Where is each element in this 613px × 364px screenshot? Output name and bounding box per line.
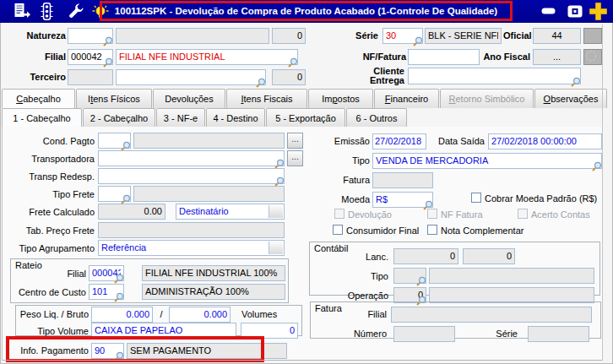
lookup-icon[interactable]	[256, 78, 266, 88]
tab-preco-frete-field	[98, 222, 285, 238]
subtab-3-nfe[interactable]: 3 - NF-e	[156, 108, 205, 127]
subtab-1-cabecalho[interactable]: 1 - Cabeçalho	[2, 108, 82, 127]
rateio-filial-desc-field: FILIAL NFE INDUSTRIAL 100%	[142, 265, 285, 281]
nota-complementar-checkbox[interactable]	[427, 225, 437, 235]
cond-pagto-browse-button[interactable]: ...	[287, 133, 303, 149]
cobrar-moeda-label: Cobrar Moeda Padrão (R$)	[485, 193, 597, 204]
tipo-volume-field[interactable]: CAIXA DE PAPELAO	[91, 323, 236, 339]
tipo-agrupamento-dropdown[interactable]: Referência	[98, 240, 285, 256]
consumidor-final-label: Consumidor Final	[346, 225, 419, 236]
frete-calculado-field: 0.00	[98, 204, 165, 220]
fatura-serie-label: Série	[490, 329, 518, 339]
tipo-field[interactable]: VENDA DE MERCADORIA	[372, 153, 602, 169]
tab-devolucoes[interactable]: Devoluções	[153, 89, 225, 108]
devolucao-checkbox	[334, 209, 344, 219]
lookup-icon[interactable]	[571, 77, 581, 87]
serie-field[interactable]: 30	[382, 28, 423, 44]
window-title: 100112SPK - Devolução de Compra de Produ…	[115, 6, 497, 16]
rateio-filial-label: Filial	[10, 269, 86, 279]
lookup-icon[interactable]	[114, 274, 124, 284]
subtab-2-cabecalho[interactable]: 2 - Cabeçalho	[83, 108, 155, 127]
lookup-icon[interactable]	[114, 292, 124, 302]
acerto-contas-label: Acerto Contas	[531, 209, 590, 220]
tab-observacoes[interactable]: Observações	[534, 89, 607, 108]
lanc-field-1: 0	[393, 248, 458, 264]
devolucao-label: Devolução	[348, 209, 392, 220]
subtab-5-exportacao[interactable]: 5 - Exportação	[266, 108, 345, 127]
transp-redesp-label: Transp Redesp.	[7, 171, 95, 182]
info-pagamento-label: Info. Pagamento	[7, 345, 89, 356]
frete-por-dropdown[interactable]: Destinatário	[176, 204, 285, 220]
header-action-button-1[interactable]	[583, 28, 602, 44]
fatura-serie-field	[528, 326, 589, 342]
nf-fatura-label: NF/Fatura	[323, 52, 406, 62]
dropdown-arrow-icon[interactable]	[269, 205, 283, 218]
lookup-icon[interactable]	[413, 36, 423, 46]
moeda-field[interactable]: R$	[372, 192, 433, 208]
nf-fatura-field[interactable]	[408, 49, 480, 65]
peso-bruto-field[interactable]: 0.000	[169, 307, 231, 323]
natureza-desc-field	[116, 28, 269, 44]
ano-fiscal-label: Ano Fiscal	[478, 52, 530, 62]
numero-label: Número	[338, 329, 387, 339]
nf-fatura-checkbox	[427, 209, 437, 219]
fatura-filial-field	[391, 307, 592, 323]
contabil-tipo-desc-field	[429, 268, 594, 284]
close-button[interactable]	[589, 2, 608, 21]
maximize-button[interactable]	[567, 5, 583, 18]
document-export-icon[interactable]	[14, 3, 30, 19]
peso-separator: /	[157, 309, 165, 319]
tab-itens-fisicos[interactable]: Itens Físicos	[76, 89, 152, 108]
traffic-light-icon[interactable]	[41, 3, 53, 20]
lookup-icon[interactable]	[103, 57, 113, 68]
cond-pagto-desc-field	[133, 133, 285, 149]
centro-custo-desc-field: ADMINISTRAÇÃO 100%	[142, 284, 285, 300]
minimize-button[interactable]	[541, 8, 556, 14]
emissao-label: Emissão	[321, 136, 370, 146]
lookup-icon[interactable]	[416, 276, 426, 286]
centro-custo-code-field[interactable]: 101	[89, 284, 124, 300]
volumes-field[interactable]: 0	[241, 323, 298, 339]
natureza-code-field[interactable]	[68, 28, 113, 44]
tab-financeiro[interactable]: Financeiro	[374, 89, 439, 108]
bottom-divider	[2, 360, 602, 361]
cond-pagto-code-field[interactable]	[98, 133, 131, 149]
header-action-button-2[interactable]	[583, 49, 602, 65]
filial-desc-field[interactable]: FILIAL NFE INDUSTRIAL	[116, 49, 298, 65]
transportadora-field[interactable]	[98, 150, 285, 166]
tipo-frete-code-field[interactable]	[98, 186, 131, 202]
terceiro-desc-field[interactable]	[116, 69, 266, 85]
info-pagamento-code-field[interactable]: 90	[91, 343, 124, 359]
moeda-label: Moeda	[321, 194, 370, 204]
lookup-icon[interactable]	[288, 57, 298, 68]
numero-field	[393, 326, 455, 342]
tab-itens-fiscais[interactable]: Itens Fiscais	[226, 89, 307, 108]
transportadora-browse-button[interactable]: ...	[287, 150, 303, 166]
terceiro-label: Terceiro	[7, 72, 66, 82]
filial-code-field[interactable]: 000042	[68, 49, 113, 65]
subtab-6-outros[interactable]: 6 - Outros	[346, 108, 407, 127]
data-saida-field[interactable]: 27/02/2018 00:00:00	[488, 133, 602, 149]
contabil-tipo-code-field	[393, 268, 426, 284]
oficial-label: Oficial	[503, 30, 531, 41]
lookup-icon[interactable]	[103, 36, 113, 46]
lookup-icon[interactable]	[592, 161, 602, 171]
tab-cabecalho[interactable]: Cabeçalho	[2, 89, 75, 108]
peso-liquido-field[interactable]: 0.000	[91, 307, 153, 323]
wrench-icon[interactable]	[68, 3, 84, 19]
consumidor-final-checkbox[interactable]	[333, 225, 343, 235]
rateio-filial-code-field[interactable]: 000042	[89, 265, 124, 281]
transportadora-label: Transportadora	[7, 154, 95, 164]
frete-calculado-label: Frete Calculado	[7, 207, 95, 217]
serie-desc-field: BLK - SERIE NFE	[425, 28, 502, 44]
emissao-field[interactable]: 27/02/2018	[372, 133, 426, 149]
contabil-tipo-label: Tipo	[323, 271, 388, 281]
info-pagamento-desc-field: SEM PAGAMENTO	[127, 343, 287, 359]
cobrar-moeda-checkbox[interactable]	[471, 193, 481, 203]
tab-impostos[interactable]: Impostos	[308, 89, 373, 108]
tipo-volume-label: Tipo Volume	[15, 326, 89, 336]
subtab-4-destino[interactable]: 4 - Destino	[206, 108, 265, 127]
dropdown-arrow-icon[interactable]	[269, 242, 283, 254]
transp-redesp-field[interactable]	[98, 168, 285, 184]
cliente-entrega-field[interactable]	[408, 68, 581, 84]
